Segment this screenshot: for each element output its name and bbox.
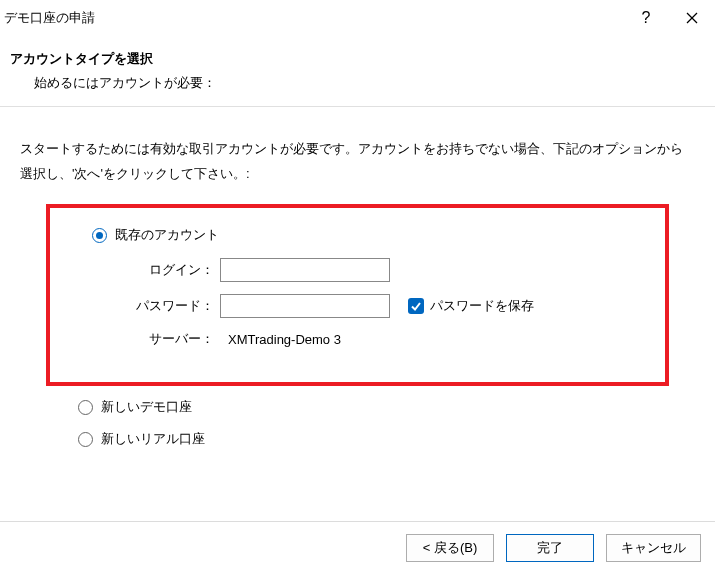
- radio-existing-account[interactable]: 既存のアカウント: [92, 226, 655, 244]
- button-bar: < 戻る(B) 完了 キャンセル: [0, 521, 715, 574]
- page-title: アカウントタイプを選択: [10, 50, 715, 68]
- page-subtitle: 始めるにはアカウントが必要：: [34, 74, 715, 92]
- highlighted-section: 既存のアカウント ログイン： パスワード： パスワードを保存 サーバー： XMT…: [46, 204, 669, 386]
- password-row: パスワード： パスワードを保存: [60, 294, 655, 318]
- save-password-label: パスワードを保存: [430, 297, 534, 315]
- window-title: デモ口座の申請: [4, 9, 623, 27]
- login-input[interactable]: [220, 258, 390, 282]
- help-button[interactable]: ?: [623, 0, 669, 36]
- radio-new-real[interactable]: 新しいリアル口座: [78, 430, 695, 448]
- password-label: パスワード：: [60, 297, 220, 315]
- close-button[interactable]: [669, 0, 715, 36]
- login-row: ログイン：: [60, 258, 655, 282]
- login-label: ログイン：: [60, 261, 220, 279]
- radio-icon: [78, 432, 93, 447]
- password-input[interactable]: [220, 294, 390, 318]
- finish-button[interactable]: 完了: [506, 534, 594, 562]
- server-value: XMTrading-Demo 3: [228, 332, 341, 347]
- radio-icon: [78, 400, 93, 415]
- radio-new-demo[interactable]: 新しいデモ口座: [78, 398, 695, 416]
- checkbox-icon: [408, 298, 424, 314]
- intro-text: スタートするためには有効な取引アカウントが必要です。アカウントをお持ちでない場合…: [20, 137, 695, 186]
- save-password-checkbox[interactable]: パスワードを保存: [408, 297, 534, 315]
- content-area: スタートするためには有効な取引アカウントが必要です。アカウントをお持ちでない場合…: [0, 107, 715, 474]
- cancel-button[interactable]: キャンセル: [606, 534, 701, 562]
- radio-icon: [92, 228, 107, 243]
- wizard-header: アカウントタイプを選択 始めるにはアカウントが必要：: [0, 36, 715, 107]
- server-label: サーバー：: [60, 330, 220, 348]
- back-button[interactable]: < 戻る(B): [406, 534, 494, 562]
- server-row: サーバー： XMTrading-Demo 3: [60, 330, 655, 348]
- titlebar: デモ口座の申請 ?: [0, 0, 715, 36]
- radio-existing-label: 既存のアカウント: [115, 226, 219, 244]
- radio-new-real-label: 新しいリアル口座: [101, 430, 205, 448]
- close-icon: [686, 12, 698, 24]
- radio-new-demo-label: 新しいデモ口座: [101, 398, 192, 416]
